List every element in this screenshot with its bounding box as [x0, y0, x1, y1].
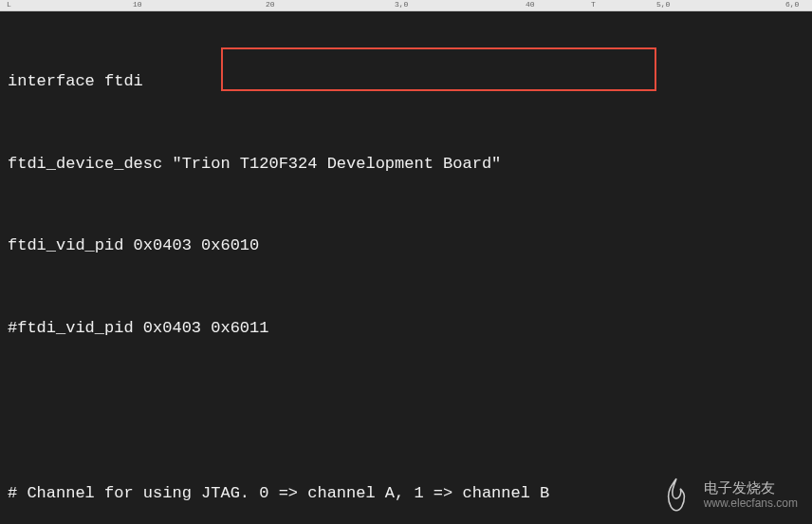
- watermark-url: www.elecfans.com: [704, 496, 798, 510]
- ruler-mark: 40: [526, 0, 535, 9]
- ruler-mark: 10: [133, 0, 142, 9]
- ruler-mark: 5,0: [656, 0, 670, 9]
- code-editor[interactable]: interface ftdi ftdi_device_desc "Trion T…: [0, 11, 812, 524]
- code-line: ftdi_vid_pid 0x0403 0x6010: [8, 233, 804, 260]
- flame-icon: [656, 475, 696, 515]
- ruler-mark: 6,0: [785, 0, 799, 9]
- ruler-mark: 20: [266, 0, 275, 9]
- code-line: interface ftdi: [8, 68, 804, 96]
- watermark: 电子发烧友 www.elecfans.com: [656, 475, 798, 515]
- ruler-mark: T: [591, 0, 596, 9]
- code-line-empty: [8, 398, 804, 425]
- watermark-text: 电子发烧友 www.elecfans.com: [704, 479, 798, 510]
- editor-ruler: L 10 20 3,0 40 T 5,0 6,0: [0, 0, 812, 11]
- code-line: #ftdi_vid_pid 0x0403 0x6011: [8, 315, 804, 343]
- ruler-mark: L: [7, 0, 11, 9]
- code-line: ftdi_device_desc "Trion T120F324 Develop…: [8, 151, 804, 178]
- ruler-mark: 3,0: [395, 0, 408, 9]
- watermark-cn: 电子发烧友: [704, 479, 798, 496]
